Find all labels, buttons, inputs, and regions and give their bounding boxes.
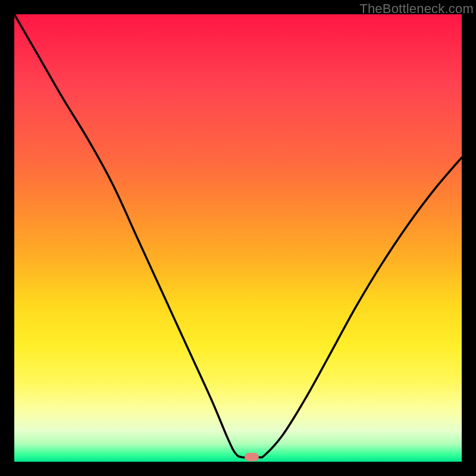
chart-frame: TheBottleneck.com: [0, 0, 476, 476]
bottleneck-curve: [14, 14, 462, 462]
plot-area: [14, 14, 462, 462]
optimal-marker: [245, 453, 259, 461]
watermark-text: TheBottleneck.com: [359, 1, 474, 17]
